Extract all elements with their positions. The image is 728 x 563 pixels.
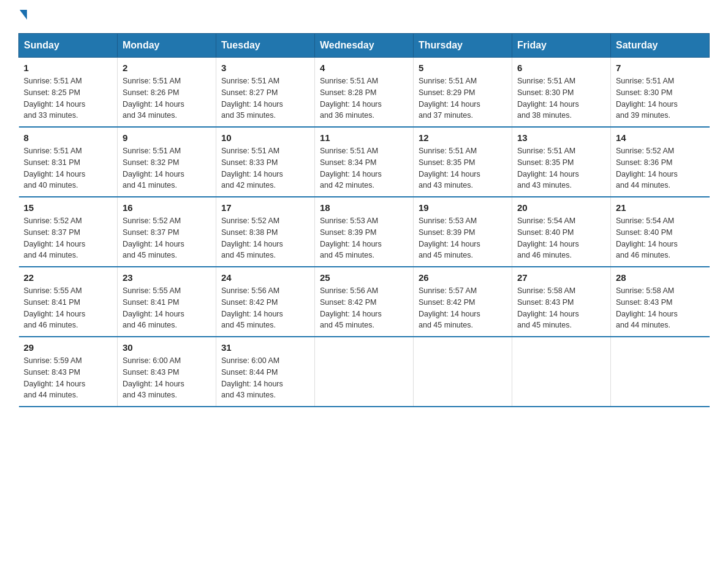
day-cell: 24 Sunrise: 5:56 AMSunset: 8:42 PMDaylig…	[216, 267, 315, 337]
day-info: Sunrise: 5:51 AMSunset: 8:26 PMDaylight:…	[123, 77, 184, 120]
day-info: Sunrise: 5:51 AMSunset: 8:29 PMDaylight:…	[419, 77, 480, 120]
day-number: 15	[24, 202, 113, 213]
day-number: 4	[320, 63, 408, 73]
day-info: Sunrise: 5:56 AMSunset: 8:42 PMDaylight:…	[320, 286, 382, 329]
day-cell: 26 Sunrise: 5:57 AMSunset: 8:42 PMDaylig…	[414, 267, 512, 337]
day-info: Sunrise: 5:52 AMSunset: 8:36 PMDaylight:…	[616, 147, 678, 190]
day-number: 17	[221, 202, 309, 213]
day-cell: 15 Sunrise: 5:52 AMSunset: 8:37 PMDaylig…	[19, 197, 118, 267]
day-cell	[315, 337, 414, 407]
day-number: 10	[221, 132, 309, 143]
day-cell: 1 Sunrise: 5:51 AMSunset: 8:25 PMDayligh…	[19, 58, 118, 128]
day-info: Sunrise: 5:53 AMSunset: 8:39 PMDaylight:…	[320, 216, 382, 259]
day-info: Sunrise: 5:52 AMSunset: 8:38 PMDaylight:…	[221, 216, 283, 259]
day-cell: 12 Sunrise: 5:51 AMSunset: 8:35 PMDaylig…	[414, 127, 512, 197]
header-friday: Friday	[512, 34, 611, 58]
day-cell: 30 Sunrise: 6:00 AMSunset: 8:43 PMDaylig…	[118, 337, 216, 407]
header-monday: Monday	[118, 34, 216, 58]
day-info: Sunrise: 5:51 AMSunset: 8:32 PMDaylight:…	[123, 147, 184, 190]
day-number: 21	[616, 202, 705, 213]
day-info: Sunrise: 5:58 AMSunset: 8:43 PMDaylight:…	[616, 286, 678, 329]
day-info: Sunrise: 5:52 AMSunset: 8:37 PMDaylight:…	[123, 216, 184, 259]
day-cell: 4 Sunrise: 5:51 AMSunset: 8:28 PMDayligh…	[315, 58, 414, 128]
calendar-header: SundayMondayTuesdayWednesdayThursdayFrid…	[19, 34, 710, 58]
day-cell: 22 Sunrise: 5:55 AMSunset: 8:41 PMDaylig…	[19, 267, 118, 337]
header-thursday: Thursday	[414, 34, 512, 58]
day-cell: 3 Sunrise: 5:51 AMSunset: 8:27 PMDayligh…	[216, 58, 315, 128]
calendar-body: 1 Sunrise: 5:51 AMSunset: 8:25 PMDayligh…	[19, 58, 710, 407]
day-info: Sunrise: 5:57 AMSunset: 8:42 PMDaylight:…	[419, 286, 480, 329]
day-cell: 2 Sunrise: 5:51 AMSunset: 8:26 PMDayligh…	[118, 58, 216, 128]
day-cell: 25 Sunrise: 5:56 AMSunset: 8:42 PMDaylig…	[315, 267, 414, 337]
day-cell	[512, 337, 611, 407]
day-number: 22	[24, 272, 113, 283]
day-cell: 8 Sunrise: 5:51 AMSunset: 8:31 PMDayligh…	[19, 127, 118, 197]
day-info: Sunrise: 5:51 AMSunset: 8:34 PMDaylight:…	[320, 147, 382, 190]
header-tuesday: Tuesday	[216, 34, 315, 58]
day-cell: 28 Sunrise: 5:58 AMSunset: 8:43 PMDaylig…	[611, 267, 710, 337]
day-number: 23	[123, 272, 211, 283]
day-info: Sunrise: 5:55 AMSunset: 8:41 PMDaylight:…	[24, 286, 86, 329]
logo-arrow-icon	[20, 10, 27, 20]
day-cell: 20 Sunrise: 5:54 AMSunset: 8:40 PMDaylig…	[512, 197, 611, 267]
day-info: Sunrise: 6:00 AMSunset: 8:44 PMDaylight:…	[221, 356, 283, 399]
day-info: Sunrise: 5:51 AMSunset: 8:33 PMDaylight:…	[221, 147, 283, 190]
day-number: 14	[616, 132, 705, 143]
day-info: Sunrise: 5:51 AMSunset: 8:35 PMDaylight:…	[517, 147, 579, 190]
day-number: 19	[419, 202, 507, 213]
logo	[18, 12, 27, 22]
header-row: SundayMondayTuesdayWednesdayThursdayFrid…	[19, 34, 710, 58]
day-info: Sunrise: 5:51 AMSunset: 8:28 PMDaylight:…	[320, 77, 382, 120]
day-info: Sunrise: 5:51 AMSunset: 8:30 PMDaylight:…	[616, 77, 678, 120]
week-row-1: 1 Sunrise: 5:51 AMSunset: 8:25 PMDayligh…	[19, 58, 710, 128]
day-info: Sunrise: 5:51 AMSunset: 8:31 PMDaylight:…	[24, 147, 86, 190]
day-info: Sunrise: 5:58 AMSunset: 8:43 PMDaylight:…	[517, 286, 579, 329]
page-header	[18, 12, 710, 22]
day-cell: 16 Sunrise: 5:52 AMSunset: 8:37 PMDaylig…	[118, 197, 216, 267]
week-row-3: 15 Sunrise: 5:52 AMSunset: 8:37 PMDaylig…	[19, 197, 710, 267]
day-info: Sunrise: 5:53 AMSunset: 8:39 PMDaylight:…	[419, 216, 480, 259]
day-cell	[414, 337, 512, 407]
day-cell: 14 Sunrise: 5:52 AMSunset: 8:36 PMDaylig…	[611, 127, 710, 197]
day-number: 30	[123, 342, 211, 353]
day-number: 31	[221, 342, 309, 353]
day-number: 8	[24, 132, 113, 143]
header-sunday: Sunday	[19, 34, 118, 58]
day-cell: 17 Sunrise: 5:52 AMSunset: 8:38 PMDaylig…	[216, 197, 315, 267]
day-cell: 18 Sunrise: 5:53 AMSunset: 8:39 PMDaylig…	[315, 197, 414, 267]
day-info: Sunrise: 5:51 AMSunset: 8:35 PMDaylight:…	[419, 147, 480, 190]
day-info: Sunrise: 5:52 AMSunset: 8:37 PMDaylight:…	[24, 216, 86, 259]
day-number: 13	[517, 132, 605, 143]
day-cell: 6 Sunrise: 5:51 AMSunset: 8:30 PMDayligh…	[512, 58, 611, 128]
day-info: Sunrise: 5:54 AMSunset: 8:40 PMDaylight:…	[616, 216, 678, 259]
day-number: 28	[616, 272, 705, 283]
day-number: 26	[419, 272, 507, 283]
day-number: 2	[123, 63, 211, 73]
day-number: 12	[419, 132, 507, 143]
day-number: 27	[517, 272, 605, 283]
week-row-4: 22 Sunrise: 5:55 AMSunset: 8:41 PMDaylig…	[19, 267, 710, 337]
day-info: Sunrise: 5:51 AMSunset: 8:25 PMDaylight:…	[24, 77, 86, 120]
day-cell: 31 Sunrise: 6:00 AMSunset: 8:44 PMDaylig…	[216, 337, 315, 407]
day-cell: 5 Sunrise: 5:51 AMSunset: 8:29 PMDayligh…	[414, 58, 512, 128]
day-cell: 9 Sunrise: 5:51 AMSunset: 8:32 PMDayligh…	[118, 127, 216, 197]
day-cell: 21 Sunrise: 5:54 AMSunset: 8:40 PMDaylig…	[611, 197, 710, 267]
day-cell: 7 Sunrise: 5:51 AMSunset: 8:30 PMDayligh…	[611, 58, 710, 128]
day-cell: 27 Sunrise: 5:58 AMSunset: 8:43 PMDaylig…	[512, 267, 611, 337]
day-cell: 13 Sunrise: 5:51 AMSunset: 8:35 PMDaylig…	[512, 127, 611, 197]
day-info: Sunrise: 5:56 AMSunset: 8:42 PMDaylight:…	[221, 286, 283, 329]
day-info: Sunrise: 5:55 AMSunset: 8:41 PMDaylight:…	[123, 286, 184, 329]
day-number: 25	[320, 272, 408, 283]
day-cell: 19 Sunrise: 5:53 AMSunset: 8:39 PMDaylig…	[414, 197, 512, 267]
day-number: 5	[419, 63, 507, 73]
day-number: 6	[517, 63, 605, 73]
day-info: Sunrise: 5:59 AMSunset: 8:43 PMDaylight:…	[24, 356, 86, 399]
day-info: Sunrise: 5:54 AMSunset: 8:40 PMDaylight:…	[517, 216, 579, 259]
day-number: 20	[517, 202, 605, 213]
header-saturday: Saturday	[611, 34, 710, 58]
day-number: 18	[320, 202, 408, 213]
day-number: 7	[616, 63, 705, 73]
day-info: Sunrise: 5:51 AMSunset: 8:30 PMDaylight:…	[517, 77, 579, 120]
day-info: Sunrise: 5:51 AMSunset: 8:27 PMDaylight:…	[221, 77, 283, 120]
day-number: 1	[24, 63, 113, 73]
